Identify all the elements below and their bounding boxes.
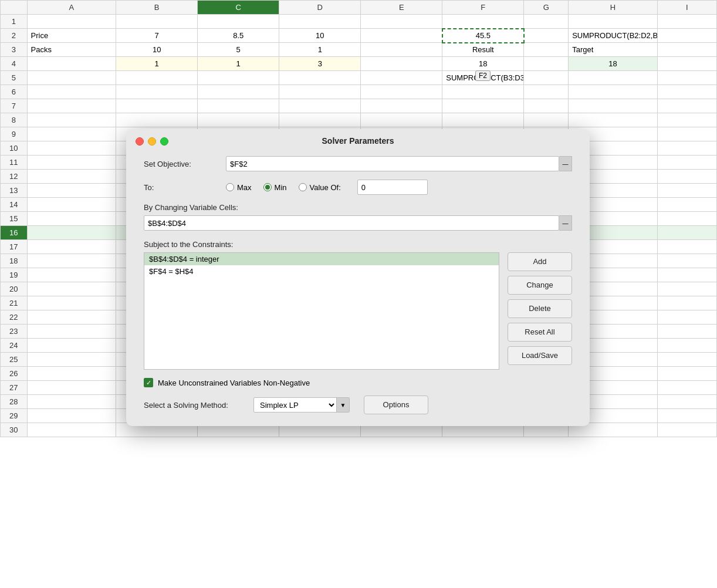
changing-cells-row: — [144, 215, 572, 231]
radio-min-circle[interactable] [263, 183, 272, 191]
cell-b3[interactable]: 10 [116, 43, 198, 57]
delete-button[interactable]: Delete [508, 299, 572, 318]
table-row: 5 SUMPRODUCT(B3:D3,B4:D4) [1, 71, 717, 85]
changing-cells-input-container: — [144, 215, 572, 231]
changing-cells-label: By Changing Variable Cells: [144, 203, 572, 212]
constraints-area: $B$4:$D$4 = integer $F$4 = $H$4 Add Chan… [144, 252, 572, 370]
minimize-button[interactable] [148, 137, 156, 146]
objective-input[interactable] [226, 156, 559, 171]
changing-cells-collapse-button[interactable]: — [559, 215, 572, 231]
radio-max[interactable]: Max [226, 183, 252, 192]
cell-b2[interactable]: 7 [116, 29, 198, 43]
checkbox-label: Make Unconstrained Variables Non-Negativ… [158, 379, 310, 387]
table-row: 4 1 1 3 18 18 [1, 57, 717, 71]
traffic-lights [136, 137, 168, 146]
f2-badge: F2 [475, 70, 491, 81]
constraints-buttons: Add Change Delete Reset All Load/Save [508, 252, 572, 370]
maximize-button[interactable] [160, 137, 168, 146]
objective-collapse-button[interactable]: — [559, 156, 572, 171]
solving-method-label: Select a Solving Method: [144, 401, 246, 410]
cell-a3[interactable]: Packs [27, 43, 116, 57]
cell-b4[interactable]: 1 [116, 57, 198, 71]
cell-h2[interactable]: SUMPRODUCT(B2:D2,B4:D4) [569, 29, 658, 43]
radio-min-label: Min [275, 183, 287, 192]
col-header-e[interactable]: E [361, 1, 442, 15]
close-button[interactable] [136, 137, 144, 146]
radio-max-label: Max [237, 183, 252, 192]
cell-c3[interactable]: 5 [198, 43, 279, 57]
load-save-button[interactable]: Load/Save [508, 346, 572, 365]
to-row: To: Max Min Value Of: [144, 180, 572, 195]
solving-method-row: Select a Solving Method: Simplex LP GRG … [144, 396, 572, 414]
corner-header [1, 1, 28, 15]
col-header-b[interactable]: B [116, 1, 198, 15]
value-of-input[interactable] [357, 180, 428, 195]
cell-a2[interactable]: Price [27, 29, 116, 43]
cell-f3[interactable]: Result [442, 43, 524, 57]
col-header-a[interactable]: A [27, 1, 116, 15]
table-row: 8 [1, 113, 717, 127]
solving-select-container: Simplex LP GRG Nonlinear Evolutionary ▼ [253, 397, 350, 413]
changing-cells-input[interactable] [144, 215, 559, 231]
col-header-c[interactable]: C [198, 1, 279, 15]
unconstrained-checkbox[interactable]: ✓ [144, 378, 153, 387]
solving-method-select[interactable]: Simplex LP GRG Nonlinear Evolutionary [254, 400, 336, 410]
col-header-g[interactable]: G [524, 1, 569, 15]
cell-f2[interactable]: 45.5 [442, 29, 524, 43]
cell-f4[interactable]: 18 [442, 57, 524, 71]
table-row: 7 [1, 99, 717, 113]
table-row: 6 [1, 85, 717, 99]
radio-group: Max Min Value Of: [226, 180, 572, 195]
constraints-label: Subject to the Constraints: [144, 240, 572, 249]
radio-min[interactable]: Min [263, 183, 287, 192]
dialog-body: Set Objective: — To: Max Min [126, 150, 590, 414]
cell-h4[interactable]: 18 [569, 57, 658, 71]
dialog-title: Solver Parameters [322, 136, 394, 146]
col-header-f[interactable]: F [442, 1, 524, 15]
constraint-item-1[interactable]: $B$4:$D$4 = integer [144, 253, 499, 265]
change-button[interactable]: Change [508, 276, 572, 295]
objective-row: Set Objective: — [144, 156, 572, 171]
objective-label: Set Objective: [144, 160, 226, 168]
table-row: 3 Packs 10 5 1 Result Target [1, 43, 717, 57]
col-header-i[interactable]: I [657, 1, 716, 15]
solving-dropdown-icon[interactable]: ▼ [336, 398, 349, 412]
radio-value-of[interactable]: Value Of: [299, 183, 341, 192]
cell-c2[interactable]: 8.5 [198, 29, 279, 43]
col-header-d[interactable]: D [279, 1, 361, 15]
radio-value-of-label: Value Of: [310, 183, 341, 192]
add-button[interactable]: Add [508, 252, 572, 271]
cell-d4[interactable]: 3 [279, 57, 361, 71]
radio-max-circle[interactable] [226, 183, 234, 191]
cell-d3[interactable]: 1 [279, 43, 361, 57]
options-button[interactable]: Options [364, 396, 428, 414]
spreadsheet: A B C D E F G H I 1 2 Price [0, 0, 717, 588]
cell-h3[interactable]: Target [569, 43, 658, 57]
checkbox-row: ✓ Make Unconstrained Variables Non-Negat… [144, 378, 572, 387]
col-header-h[interactable]: H [569, 1, 658, 15]
to-label: To: [144, 183, 226, 192]
solver-dialog: Solver Parameters Set Objective: — To: M… [126, 129, 590, 426]
constraints-list[interactable]: $B$4:$D$4 = integer $F$4 = $H$4 [144, 252, 499, 370]
table-row: 1 [1, 15, 717, 29]
reset-all-button[interactable]: Reset All [508, 323, 572, 342]
radio-value-of-circle[interactable] [299, 183, 307, 191]
cell-c4[interactable]: 1 [198, 57, 279, 71]
cell-d2[interactable]: 10 [279, 29, 361, 43]
table-row: 2 Price 7 8.5 10 45.5 SUMPRODUCT(B2:D2,B… [1, 29, 717, 43]
dialog-titlebar: Solver Parameters [126, 129, 590, 150]
objective-input-container: — [226, 156, 572, 171]
constraint-item-2[interactable]: $F$4 = $H$4 [144, 265, 499, 278]
